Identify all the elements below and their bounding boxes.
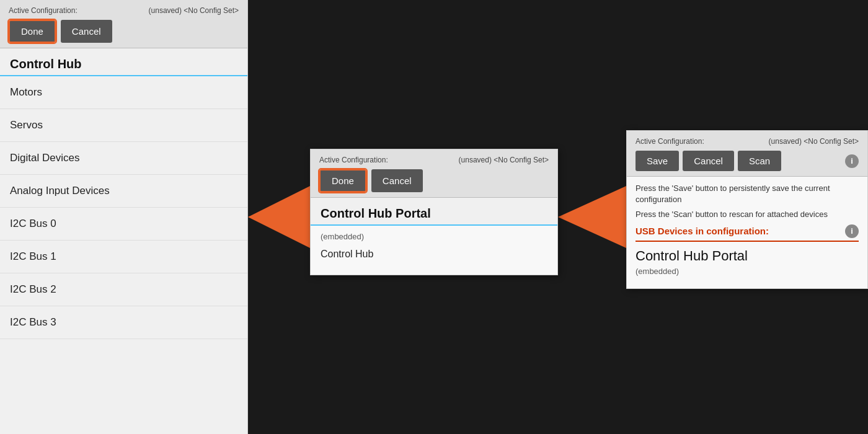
middle-to-right-arrow [558,186,626,248]
left-btn-row: Done Cancel [9,20,239,43]
nav-item-servos[interactable]: Servos [0,109,247,142]
nav-item-motors[interactable]: Motors [0,76,247,109]
middle-active-config: Active Configuration: (unsaved) <No Conf… [319,156,549,164]
nav-item-analog-input-devices[interactable]: Analog Input Devices [0,175,247,208]
left-panel-title-section: Control Hub [0,48,247,76]
right-desc1: Press the 'Save' button to persistently … [636,183,859,205]
usb-devices-info-icon[interactable]: i [845,224,859,238]
nav-item-i2c-bus-2[interactable]: I2C Bus 2 [0,273,247,306]
middle-panel-title: Control Hub Portal [321,206,547,221]
right-active-config-label: Active Configuration: [636,137,704,146]
device-title: Control Hub Portal [636,248,859,264]
nav-item-i2c-bus-0[interactable]: I2C Bus 0 [0,208,247,241]
usb-devices-label: USB Devices in configuration: i [636,224,859,242]
nav-item-digital-devices[interactable]: Digital Devices [0,142,247,175]
middle-panel: Active Configuration: (unsaved) <No Conf… [310,149,558,275]
left-panel: Active Configuration: (unsaved) <No Conf… [0,0,248,434]
middle-panel-title-section: Control Hub Portal [311,198,557,226]
left-done-button[interactable]: Done [9,20,56,43]
nav-item-i2c-bus-3[interactable]: I2C Bus 3 [0,306,247,339]
middle-embedded-label: (embedded) [321,232,547,241]
right-scan-button[interactable]: Scan [738,151,781,171]
nav-item-i2c-bus-1[interactable]: I2C Bus 1 [0,241,247,273]
right-cancel-button[interactable]: Cancel [683,151,734,171]
left-cancel-button[interactable]: Cancel [61,20,112,43]
right-panel-body: Press the 'Save' button to persistently … [627,177,867,288]
right-panel: Active Configuration: (unsaved) <No Conf… [626,130,868,289]
middle-sub-item[interactable]: Control Hub [321,246,547,262]
left-to-middle-arrow [248,186,310,248]
left-active-config: Active Configuration: (unsaved) <No Conf… [9,6,239,15]
right-info-icon[interactable]: i [845,154,859,168]
middle-active-config-value: (unsaved) <No Config Set> [459,156,549,164]
middle-btn-row: Done Cancel [319,169,549,192]
right-btn-row: Save Cancel Scan i [636,151,859,171]
left-panel-header: Active Configuration: (unsaved) <No Conf… [0,0,247,48]
middle-cancel-button[interactable]: Cancel [371,169,423,192]
right-active-config: Active Configuration: (unsaved) <No Conf… [636,137,859,146]
left-panel-title: Control Hub [10,57,237,71]
right-save-button[interactable]: Save [636,151,679,171]
right-panel-header: Active Configuration: (unsaved) <No Conf… [627,131,867,177]
left-active-config-value: (unsaved) <No Config Set> [149,6,239,15]
device-embedded: (embedded) [636,267,859,276]
middle-done-button[interactable]: Done [319,169,366,192]
right-desc2: Press the 'Scan' button to rescan for at… [636,209,859,220]
middle-panel-header: Active Configuration: (unsaved) <No Conf… [311,149,557,198]
left-nav-list: Motors Servos Digital Devices Analog Inp… [0,76,247,339]
right-active-config-value: (unsaved) <No Config Set> [769,137,859,146]
left-active-config-label: Active Configuration: [9,6,78,15]
middle-active-config-label: Active Configuration: [319,156,388,164]
middle-panel-body: (embedded) Control Hub [311,226,557,275]
